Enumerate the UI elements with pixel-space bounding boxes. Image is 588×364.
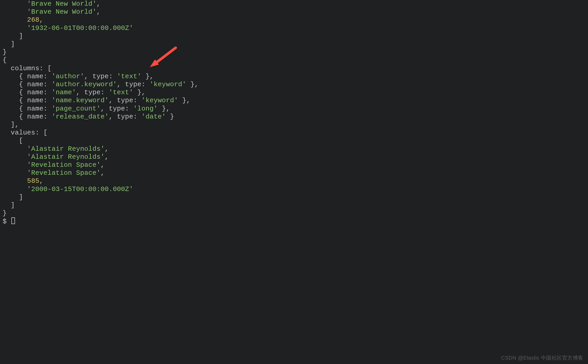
key-columns: columns: xyxy=(11,65,43,72)
col-type: 'date' xyxy=(141,113,166,121)
col-type: 'keyword' xyxy=(150,81,186,88)
string-literal: 'Revelation Space' xyxy=(27,169,100,177)
col-name: 'release_date' xyxy=(52,113,109,121)
string-literal: 'Revelation Space' xyxy=(27,161,100,169)
watermark: CSDN @Elastic 中国社区官方博客 xyxy=(501,354,583,361)
col-type: 'keyword' xyxy=(141,97,178,104)
col-name: 'author.keyword' xyxy=(52,81,117,88)
col-type: 'long' xyxy=(133,105,158,113)
col-name: 'name.keyword' xyxy=(52,97,109,104)
cursor xyxy=(11,217,15,224)
col-type: 'text' xyxy=(117,73,142,80)
number-literal: 268 xyxy=(27,16,39,24)
terminal-output: 'Brave New World', 'Brave New World', 26… xyxy=(0,0,588,226)
key-values: values: xyxy=(11,129,40,137)
string-literal: 'Alastair Reynolds' xyxy=(27,145,105,153)
string-literal: '2000-03-15T00:00:00.000Z' xyxy=(27,185,133,193)
shell-prompt[interactable]: $ xyxy=(3,218,7,225)
string-literal: '1932-06-01T00:00:00.000Z' xyxy=(27,24,133,32)
col-name: 'name' xyxy=(52,89,76,96)
col-type: 'text' xyxy=(109,89,133,96)
col-name: 'author' xyxy=(52,73,84,80)
number-literal: 585 xyxy=(27,177,39,185)
string-literal: 'Brave New World' xyxy=(27,8,97,16)
string-literal: 'Alastair Reynolds' xyxy=(27,153,105,161)
col-name: 'page_count' xyxy=(52,105,101,113)
string-literal: 'Brave New World' xyxy=(27,0,97,8)
